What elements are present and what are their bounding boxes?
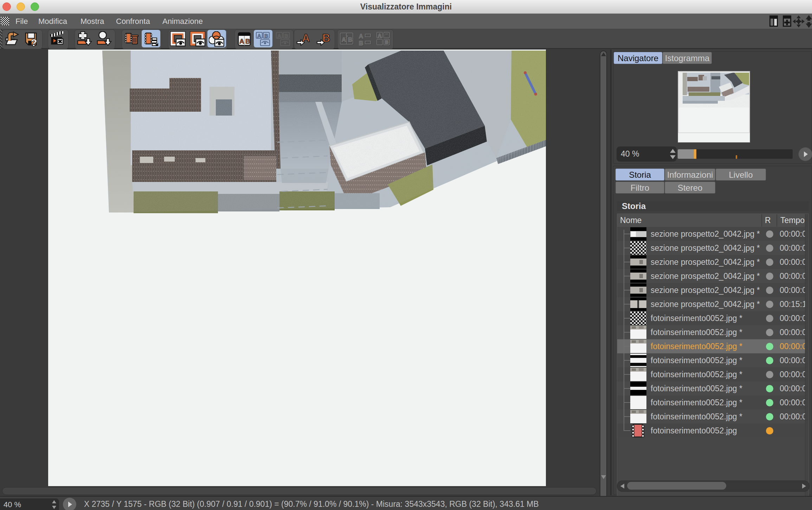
svg-text:B: B [385, 39, 388, 45]
svg-text:?: ? [31, 37, 37, 47]
svg-text:A: A [378, 33, 381, 38]
svg-text:A: A [302, 32, 310, 44]
svg-text:B: B [264, 33, 268, 39]
svg-text:B: B [245, 38, 250, 45]
svg-text:B: B [284, 33, 288, 39]
svg-text:B: B [322, 32, 330, 44]
svg-text:A: A [239, 38, 244, 45]
svg-text:A: A [277, 33, 281, 39]
svg-text:B: B [348, 37, 352, 43]
svg-text:B: B [359, 40, 363, 47]
svg-text:A: A [342, 37, 346, 43]
svg-text:A: A [359, 33, 363, 40]
svg-text:A: A [257, 33, 261, 39]
